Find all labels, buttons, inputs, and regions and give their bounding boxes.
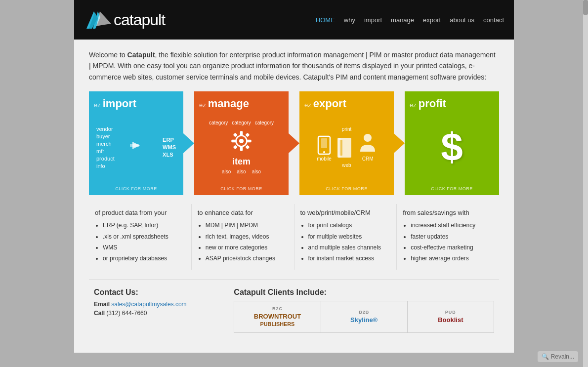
arrow-shape-2 [289,133,299,153]
ez-profit-block[interactable]: ezprofit $ CLICK FOR MORE [405,91,499,195]
crm-label: CRM [362,156,374,162]
benefits-section: of product data from your ERP (e.g. SAP,… [89,204,499,270]
nav-manage[interactable]: manage [391,16,414,24]
contact-title: Contact Us: [94,288,224,297]
watermark: 🔍 Revain... [538,351,578,362]
svg-rect-18 [321,138,327,148]
svg-point-17 [323,151,325,153]
import-tgt-erp: ERP [163,137,176,143]
catalog-icon-svg [336,137,355,162]
manage-item-text: item [232,157,251,167]
ez-manage-click: CLICK FOR MORE [220,186,262,191]
benefit-title-4: from sales/savings with [403,209,493,216]
ez-profit-title: ezprofit [410,97,494,110]
profit-dollar-container: $ [441,124,463,170]
benefit-list-2: MDM | PIM | MPDM rich text, images, vide… [198,220,288,264]
nav-import[interactable]: import [364,16,382,24]
phone-number: (312) 644-7660 [106,310,147,317]
logo[interactable]: catapult [84,6,165,34]
watermark-text: Revain... [551,353,574,360]
ez-manage-block[interactable]: ezmanage category category category [194,91,289,195]
ez-import-block[interactable]: ezimport vendor buyer merch mfr product … [89,91,183,195]
client-browntrout: B2C BROWNTROUTPUBLISHERS [234,301,321,332]
benefit-list-1: ERP (e.g. SAP, Infor) .xls or .xml sprea… [95,220,185,264]
ez-manage-title: ezmanage [199,97,284,110]
benefit-title-3: to web/print/mobile/CRM [300,209,391,216]
arrow-manage-export [289,91,299,195]
nav-why[interactable]: why [344,16,355,24]
export-web-label: web [342,163,351,168]
svg-rect-9 [240,147,243,151]
phone-label: Call [94,310,105,317]
svg-rect-10 [231,140,236,143]
ez-profit-graphic: $ [410,110,494,184]
svg-rect-12 [233,133,238,137]
benefit-item: increased staff efficiency [411,220,493,230]
import-arrow-icon [130,137,147,158]
nav-export[interactable]: export [423,16,441,24]
contact-email-row: Email sales@catapultmysales.com [94,301,224,308]
import-src-info: info [96,163,115,169]
manage-graphic-inner: category category category [209,120,274,174]
skyline-name: Skyline® [350,316,378,324]
nav-contact[interactable]: contact [483,16,504,24]
benefit-item: for instant market access [308,253,391,263]
benefit-list-3: for print catalogs for multiple websites… [300,220,391,264]
arrow-shape-3 [394,133,405,153]
ez-import-label: ez [94,101,101,109]
benefit-item: ERP (e.g. SAP, Infor) [103,220,185,230]
svg-rect-21 [338,138,340,158]
benefit-item: for print catalogs [308,220,391,230]
client-tag-pub: PUB [445,310,456,315]
watermark-icon: 🔍 [542,353,549,360]
scrollbar-thumb[interactable] [583,0,588,15]
also-2: also [237,169,246,174]
svg-rect-15 [245,145,250,150]
client-booklist: PUB Booklist [408,301,494,332]
import-tgt-wms: WMS [163,144,176,150]
nav-home[interactable]: HOME [316,16,335,24]
brand-name: Catapult [127,51,155,59]
manage-categories: category category category [209,120,274,125]
booklist-name: Booklist [438,316,463,324]
svg-point-7 [239,139,244,143]
benefit-item: .xls or .xml spreadsheets [103,232,185,242]
benefit-item: or proprietary databases [103,253,185,263]
ez-import-click: CLICK FOR MORE [115,186,157,191]
ez-export-block[interactable]: ezexport print [299,91,394,195]
scrollbar-track[interactable] [583,0,588,367]
ez-export-click: CLICK FOR MORE [326,186,368,191]
nav-about[interactable]: about us [450,16,474,24]
benefit-title-1: of product data from your [95,209,185,216]
client-tag-b2c: B2C [272,306,283,311]
export-graphic-inner: print mobile [304,126,389,168]
browntrout-name: BROWNTROUTPUBLISHERS [254,313,301,327]
ez-export-word: export [313,97,346,110]
benefit-item: for multiple websites [308,232,391,242]
ez-profit-word: profit [419,97,446,110]
logo-icon [84,6,111,34]
benefit-item: new or more categories [206,243,288,252]
footer: Contact Us: Email sales@catapultmysales.… [89,288,499,343]
import-tgt-xls: XLS [163,152,176,158]
svg-rect-11 [247,140,251,143]
export-print-label: print [342,126,351,132]
profit-dollar-sign: $ [441,124,463,170]
email-link[interactable]: sales@catapultmysales.com [111,301,186,308]
section-divider [89,280,499,280]
main-nav: HOME why import manage export about us c… [316,16,504,24]
also-1: also [222,169,231,174]
import-src-mfr: mfr [96,148,115,154]
benefit-item: faster updates [411,232,493,242]
clients-section: Catapult Clients Include: B2C BROWNTROUT… [234,288,494,333]
intro-text: Welcome to Catapult, the flexible soluti… [89,49,499,82]
benefit-list-4: increased staff efficiency faster update… [403,220,493,264]
arrow-import-manage [183,91,194,195]
client-tag-b2b: B2B [359,310,369,315]
export-icons-row: mobile [317,133,376,162]
benefit-item: WMS [103,243,185,252]
ez-export-graphic: print mobile [304,110,389,184]
cat-1: category [209,120,228,125]
mobile-icon-svg [317,135,331,155]
intro-text-start: Welcome to [89,51,127,59]
